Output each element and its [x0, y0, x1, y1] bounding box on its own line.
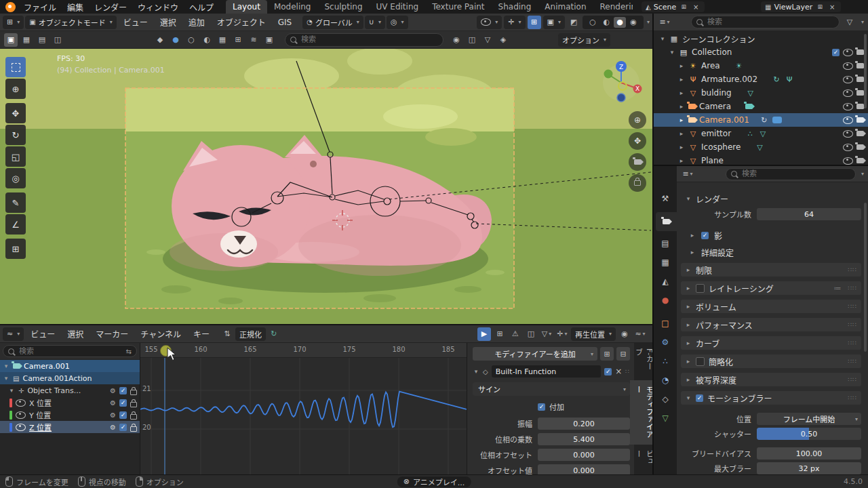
frame-all-button[interactable]: ⊞ — [493, 327, 507, 341]
outliner-row-icosphere[interactable]: ▸ ▽ Icosphere ▽ — [654, 140, 868, 154]
transform-orientation[interactable]: ◔ グローバル ▾ — [302, 16, 363, 29]
tab-tool-properties[interactable]: ⚒ — [654, 189, 677, 208]
gizmos-dropdown[interactable]: ✛▾ — [504, 16, 525, 29]
eye-icon[interactable] — [16, 424, 26, 431]
chevron-down-icon[interactable]: ▾ — [647, 19, 650, 25]
unlink-scene-icon[interactable]: × — [691, 2, 701, 12]
render-visibility-icon[interactable] — [856, 158, 864, 163]
chevron-right-icon[interactable]: ▸ — [678, 76, 685, 83]
tab-texture-paint[interactable]: Texture Paint — [425, 0, 491, 14]
modifier-icon[interactable]: ⚙ — [110, 387, 116, 394]
rendered-shading-button[interactable]: ◉ — [627, 17, 639, 28]
section-volume[interactable]: ▸ ボリューム ∷∷ — [681, 300, 861, 313]
graph-ruler[interactable]: 155 160 165 170 175 180 185 — [140, 343, 467, 358]
lock-icon[interactable] — [130, 414, 137, 420]
measure-tool[interactable]: ∠ — [5, 214, 26, 235]
drag-grip-icon[interactable]: ∷∷ — [848, 376, 857, 383]
collection-checkbox[interactable]: ✓ — [832, 49, 840, 56]
outliner-row-bulding[interactable]: ▸ ▽ bulding ▽ — [654, 86, 868, 100]
graph-editor-type-button[interactable]: ≈▾ — [3, 327, 24, 341]
delete-modifier-icon[interactable]: × — [615, 367, 622, 376]
tab-sculpting[interactable]: Sculpting — [317, 0, 369, 14]
outliner-row-scene-collection[interactable]: ▾ ▦ シーンコレクション — [654, 32, 868, 45]
render-visibility-icon[interactable] — [856, 131, 864, 136]
additive-checkbox[interactable]: ✓ — [538, 403, 545, 411]
section-depth-of-field[interactable]: ▸ 被写界深度 ∷∷ — [681, 373, 861, 386]
tab-uv-editing[interactable]: UV Editing — [370, 0, 426, 14]
render-visibility-icon[interactable] — [856, 104, 864, 109]
chevron-down-icon[interactable]: ▾ — [861, 171, 864, 177]
annotate-tool[interactable]: ✎ — [5, 192, 26, 213]
drag-grip-icon[interactable]: ∷∷ — [848, 358, 857, 365]
shield-icon[interactable]: ◈ — [496, 33, 510, 47]
playback-position-dropdown[interactable]: 再生位置 ▾ — [571, 327, 616, 341]
channel-enable-checkbox[interactable]: ✓ — [119, 399, 127, 407]
menu-view[interactable]: ビュー — [118, 16, 153, 28]
eye-icon[interactable] — [843, 157, 853, 165]
eye-icon[interactable] — [16, 399, 26, 407]
editor-type-button[interactable]: ⊞▾ — [3, 16, 24, 29]
eye-icon[interactable] — [843, 130, 853, 138]
swap-icon[interactable]: ⇆ — [126, 348, 132, 355]
eye-icon[interactable] — [843, 76, 853, 83]
bookmark-icon[interactable]: ◉ — [450, 33, 463, 47]
chevron-down-icon[interactable]: ▾ — [861, 19, 864, 25]
lock-icon[interactable] — [130, 402, 137, 407]
filter-funnel-icon[interactable]: ▽ — [843, 16, 856, 29]
easing-icon[interactable]: ≈▾ — [633, 327, 647, 341]
eye-icon[interactable] — [843, 89, 853, 97]
drag-grip-icon[interactable]: ∷∷ — [848, 303, 857, 310]
properties-search-field[interactable] — [726, 168, 856, 180]
normalize-toggle[interactable]: 正規化 — [235, 327, 266, 341]
lock-view-button[interactable] — [629, 174, 646, 192]
select-subtract-icon[interactable]: ▤ — [35, 33, 49, 47]
outliner-row-plane[interactable]: ▸ ▽ Plane — [654, 154, 868, 165]
tab-modeling[interactable]: Modeling — [267, 0, 318, 14]
stop-icon[interactable]: ⊗ — [403, 477, 410, 486]
tab-data-properties[interactable]: ▽ — [654, 409, 677, 428]
tab-world-properties[interactable]: ● — [654, 291, 677, 310]
menu-gis[interactable]: GIS — [273, 18, 297, 27]
mb-bleed-field[interactable]: 100.00 — [757, 447, 861, 460]
new-scene-icon[interactable]: ⊞ — [679, 2, 688, 12]
tab-render-properties[interactable] — [656, 212, 677, 231]
cursor-tool[interactable]: ⊕ — [5, 79, 26, 99]
outliner-scrollbar[interactable] — [864, 34, 867, 108]
drag-grip-icon[interactable]: ∷∷ — [848, 321, 857, 328]
render-visibility-icon[interactable] — [856, 63, 864, 68]
function-type-dropdown[interactable]: サイン ▾ — [473, 382, 630, 396]
viewport-3d[interactable]: FPS: 30 (94) Collection | Camera.001 ⊕ ✥… — [0, 49, 652, 324]
material-ball-icon[interactable]: ● — [169, 33, 182, 47]
outliner-row-armature[interactable]: ▸ Ψ Armature.002 ↻ Ψ — [654, 73, 868, 86]
graph-menu-marker[interactable]: マーカー — [90, 328, 134, 340]
graph-plot[interactable] — [140, 358, 467, 476]
chevron-down-icon[interactable]: ▾ — [473, 368, 479, 375]
ghost-curves-button[interactable]: ◫ — [524, 327, 538, 341]
menu-file[interactable]: ファイル — [18, 1, 62, 13]
tool-search-field[interactable] — [285, 33, 443, 47]
camera-view-button[interactable] — [629, 153, 646, 171]
chevron-right-icon[interactable]: ▸ — [678, 62, 685, 69]
modifier-name-field[interactable]: Built-In Function — [492, 365, 601, 378]
chevron-right-icon[interactable]: ▸ — [678, 103, 685, 110]
chevron-right-icon[interactable]: ▸ — [678, 144, 685, 150]
fcurve-path[interactable] — [140, 392, 467, 428]
channel-enable-checkbox[interactable]: ✓ — [119, 411, 127, 419]
phase-multiply-field[interactable]: 5.400 — [538, 433, 630, 445]
chevron-down-icon[interactable]: ▾ — [8, 387, 15, 394]
eye-icon[interactable] — [843, 117, 853, 124]
drag-grip-icon[interactable]: ∷∷ — [848, 266, 857, 273]
navigation-gizmo[interactable]: Z X — [599, 57, 643, 103]
properties-editor-icon[interactable]: ≡▾ — [681, 167, 694, 181]
menu-window[interactable]: ウィンドウ — [132, 1, 184, 13]
chevron-right-icon[interactable]: ▸ — [678, 89, 685, 96]
new-viewlayer-icon[interactable]: ⊞ — [815, 2, 825, 12]
add-cube-tool[interactable]: ⊞ — [5, 239, 26, 259]
menu-add[interactable]: 追加 — [183, 16, 210, 28]
settings-icon[interactable]: ≔ — [834, 284, 842, 293]
phase-offset-field[interactable]: 0.000 — [538, 449, 630, 461]
select-intersect-icon[interactable]: ◫ — [51, 33, 64, 47]
playhead-knob[interactable] — [160, 345, 172, 357]
eye-icon[interactable] — [843, 62, 853, 70]
material-shading-button[interactable]: ● — [614, 17, 626, 28]
